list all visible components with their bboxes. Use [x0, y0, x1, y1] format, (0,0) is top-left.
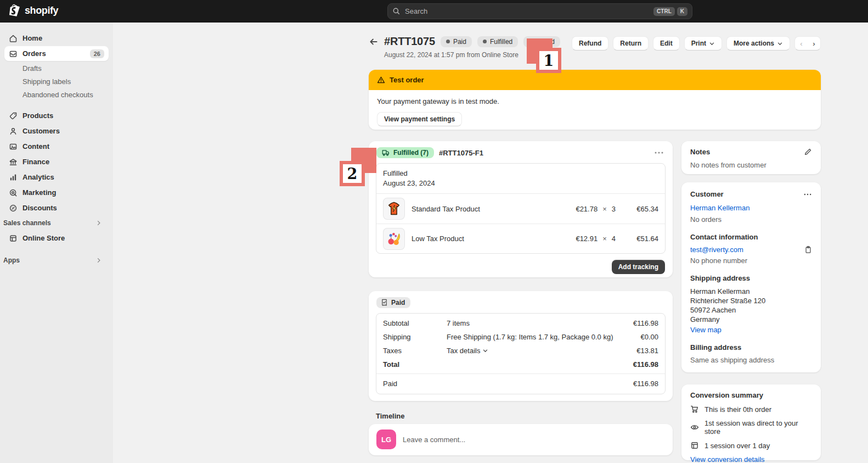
topbar: shopify Search CTRL K — [0, 0, 868, 23]
sidebar-item-home[interactable]: Home — [4, 31, 109, 46]
sidebar-item-drafts[interactable]: Drafts — [4, 62, 109, 75]
fruits-image — [386, 231, 402, 247]
fulfillment-status: Fulfilled August 23, 2024 — [376, 164, 665, 194]
chevron-down-icon — [482, 348, 488, 354]
button-label: More actions — [734, 40, 774, 47]
unit-price: €21.78 — [563, 205, 598, 213]
chevron-down-icon — [709, 41, 715, 47]
shopify-order-page: shopify Search CTRL K Home Orders 26 Dra… — [0, 0, 868, 463]
customer-menu-dots-icon[interactable] — [803, 191, 812, 198]
conversion-item: 1 session over 1 day — [690, 441, 812, 450]
sidebar-item-orders[interactable]: Orders 26 — [4, 46, 109, 61]
more-actions-button[interactable]: More actions — [726, 36, 790, 51]
sales-channels-section[interactable]: Sales channels — [0, 216, 109, 230]
payment-card: Paid Subtotal 7 items €116.98 Shipping F… — [369, 291, 673, 401]
sidebar-item-label: Finance — [22, 158, 49, 166]
banner-body: Your payment gateway is in test mode. Vi… — [369, 90, 821, 130]
conversion-item-label: 1 session over 1 day — [704, 442, 770, 450]
summary-row-paid: Paid €116.98 — [376, 374, 665, 394]
sidebar-item-abandoned-checkouts[interactable]: Abandoned checkouts — [4, 88, 109, 101]
button-label: Refund — [579, 40, 601, 47]
pencil-icon[interactable] — [804, 148, 812, 156]
contact-information-heading: Contact information — [690, 233, 812, 241]
global-search-input[interactable]: Search CTRL K — [387, 3, 692, 19]
customer-orders-count: No orders — [690, 215, 812, 224]
sidebar-item-finance[interactable]: Finance — [4, 154, 109, 169]
line-total: €65.34 — [616, 205, 658, 213]
sidebar-item-label: Content — [22, 142, 49, 150]
summary-row-taxes: Taxes Tax details €13.81 — [376, 344, 665, 358]
add-tracking-button[interactable]: Add tracking — [612, 260, 665, 274]
previous-order-button[interactable]: ‹ — [795, 37, 808, 50]
storefront-icon — [690, 441, 699, 450]
address-line: Richtericher Straße 120 — [690, 296, 812, 305]
row-label: Subtotal — [383, 319, 447, 327]
customer-name-link[interactable]: Herman Kellerman — [690, 204, 749, 212]
conversion-summary-heading: Conversion summary — [690, 391, 763, 399]
truck-icon — [382, 149, 390, 157]
sidebar-item-customers[interactable]: Customers — [4, 124, 109, 138]
product-name[interactable]: Standard Tax Product — [412, 205, 480, 213]
edit-button[interactable]: Edit — [653, 36, 680, 51]
conversion-item: This is their 0th order — [690, 405, 812, 414]
row-label: Shipping — [383, 333, 447, 341]
banner-message: Your payment gateway is in test mode. — [377, 97, 813, 105]
sidebar-item-label: Products — [22, 111, 53, 120]
sidebar-item-content[interactable]: Content — [4, 139, 109, 154]
payment-summary-box: Subtotal 7 items €116.98 Shipping Free S… — [376, 313, 666, 394]
cart-icon — [690, 405, 699, 414]
customer-email-link[interactable]: test@riverty.com — [690, 246, 743, 254]
sidebar-item-online-store[interactable]: Online Store — [4, 231, 109, 246]
sidebar-item-label: Drafts — [22, 64, 42, 72]
product-name[interactable]: Low Tax Product — [412, 235, 464, 243]
paid-badge: Paid — [376, 297, 410, 308]
warning-triangle-icon — [377, 76, 385, 84]
products-icon — [9, 111, 18, 120]
line-item-row: Standard Tax Product €21.78 × 3 €65.34 — [376, 194, 665, 224]
refund-button[interactable]: Refund — [572, 36, 608, 51]
fulfilled-badge-label: Fulfilled (7) — [393, 149, 429, 157]
view-conversion-details-link[interactable]: View conversion details — [690, 455, 765, 463]
times-sign: × — [598, 235, 612, 243]
row-amount: €116.98 — [633, 380, 658, 388]
button-label: Return — [620, 40, 641, 47]
apps-section[interactable]: Apps — [0, 253, 109, 267]
fulfillment-details-box: Fulfilled August 23, 2024 Standard Tax P… — [376, 163, 666, 254]
print-button[interactable]: Print — [684, 36, 722, 51]
comment-input[interactable]: Leave a comment... — [403, 436, 465, 444]
tax-details-toggle[interactable]: Tax details — [447, 347, 636, 355]
view-payment-settings-button[interactable]: View payment settings — [377, 112, 462, 126]
home-icon — [9, 34, 18, 43]
fulfillment-menu-dots-icon[interactable] — [653, 148, 665, 158]
fulfillment-status-date: August 23, 2024 — [383, 179, 658, 187]
notes-empty-text: No notes from customer — [690, 161, 812, 169]
row-amount: €116.98 — [633, 319, 658, 327]
row-detail: Free Shipping (1.7 kg: Items 1.7 kg, Pac… — [447, 333, 613, 341]
order-actions: Refund Return Edit Print More actions ‹ … — [369, 36, 821, 51]
view-map-link[interactable]: View map — [690, 326, 722, 334]
sidebar-item-products[interactable]: Products — [4, 108, 109, 123]
clipboard-icon[interactable] — [804, 246, 812, 254]
finance-icon — [9, 158, 18, 166]
search-shortcut: CTRL K — [653, 7, 687, 16]
timeline-comment-card: LG Leave a comment... — [369, 424, 673, 455]
annotation-marker-2: 2 — [340, 161, 365, 186]
sidebar-item-marketing[interactable]: Marketing — [4, 185, 109, 200]
address-line: 50972 Aachen — [690, 305, 812, 315]
next-order-button[interactable]: › — [808, 37, 820, 50]
sidebar-item-label: Abandoned checkouts — [22, 91, 93, 99]
shopify-logo[interactable]: shopify — [9, 4, 58, 17]
sidebar-item-shipping-labels[interactable]: Shipping labels — [4, 75, 109, 88]
shopify-bag-icon — [9, 4, 21, 17]
return-button[interactable]: Return — [613, 36, 649, 51]
chevron-right-icon — [95, 220, 102, 226]
sidebar-item-discounts[interactable]: Discounts — [4, 200, 109, 215]
sidebar-item-analytics[interactable]: Analytics — [4, 170, 109, 185]
notes-heading: Notes — [690, 148, 710, 156]
eye-icon — [690, 423, 699, 432]
times-sign: × — [598, 205, 612, 213]
shipping-address-heading: Shipping address — [690, 274, 812, 282]
sidebar-item-label: Marketing — [22, 188, 56, 197]
summary-row-shipping: Shipping Free Shipping (1.7 kg: Items 1.… — [376, 330, 665, 344]
fulfilled-badge: Fulfilled (7) — [376, 147, 434, 158]
